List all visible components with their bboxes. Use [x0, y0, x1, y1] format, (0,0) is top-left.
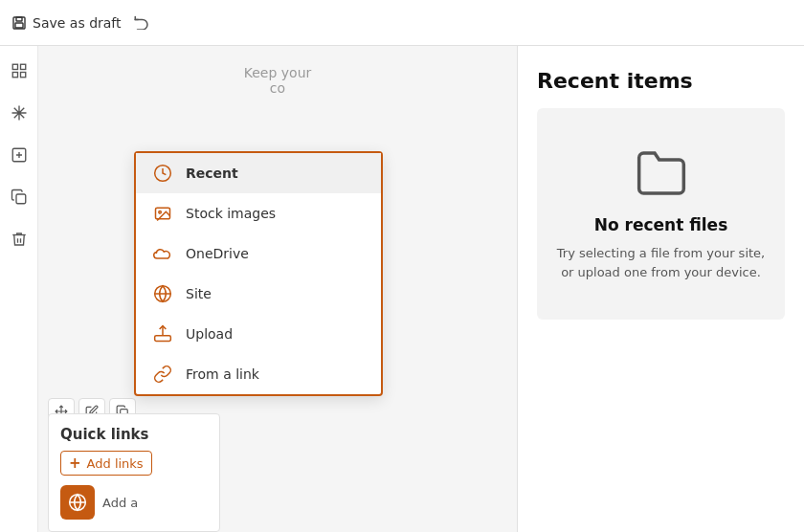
grid-sidebar-icon[interactable]	[4, 55, 34, 86]
move-sidebar-icon[interactable]	[4, 98, 34, 128]
save-icon	[11, 15, 27, 31]
dropdown-item-from-link-label: From a link	[186, 366, 259, 382]
svg-rect-6	[20, 73, 25, 78]
recent-icon	[153, 164, 172, 183]
dropdown-item-site[interactable]: Site	[136, 274, 381, 314]
no-files-box: No recent files Try selecting a file fro…	[537, 108, 785, 320]
right-panel-title: Recent items	[537, 69, 785, 93]
globe-icon-button	[60, 485, 95, 520]
svg-rect-4	[20, 64, 25, 69]
dropdown-item-recent-label: Recent	[186, 166, 238, 181]
add-links-button[interactable]: + Add links	[60, 451, 152, 476]
dropdown-item-site-label: Site	[186, 286, 212, 301]
add-links-label: Add links	[87, 456, 144, 471]
site-icon	[153, 284, 172, 303]
quick-links-title: Quick links	[60, 426, 208, 443]
save-label: Save as draft	[33, 15, 122, 31]
right-panel: Recent items No recent files Try selecti…	[517, 46, 804, 532]
delete-sidebar-icon[interactable]	[4, 224, 34, 255]
stock-images-icon	[153, 204, 172, 223]
no-files-title: No recent files	[556, 215, 766, 234]
dropdown-item-onedrive[interactable]: OneDrive	[136, 233, 381, 274]
save-as-draft-button[interactable]: Save as draft	[11, 15, 122, 31]
svg-rect-2	[15, 23, 23, 28]
dropdown-item-recent[interactable]: Recent	[136, 153, 381, 193]
undo-icon	[133, 12, 150, 30]
plus-icon: +	[69, 454, 81, 472]
dropdown-item-stock-images-label: Stock images	[186, 206, 276, 221]
svg-point-13	[159, 211, 162, 214]
dropdown-item-upload-label: Upload	[186, 326, 233, 342]
dropdown-item-from-link[interactable]: From a link	[136, 354, 381, 394]
dropdown-item-stock-images[interactable]: Stock images	[136, 193, 381, 233]
left-sidebar	[0, 46, 38, 532]
dropdown-item-upload[interactable]: Upload	[136, 314, 381, 354]
quick-links-add-text: Add a	[102, 496, 138, 510]
onedrive-icon	[153, 244, 172, 263]
svg-rect-5	[12, 73, 17, 78]
copy-sidebar-icon[interactable]	[4, 182, 34, 212]
dropdown-menu: Recent Stock images OneDrive	[134, 151, 383, 396]
svg-rect-3	[12, 64, 17, 69]
from-link-icon	[153, 365, 172, 384]
toolbar: Save as draft	[0, 0, 804, 46]
quick-links-widget: Quick links + Add links Add a	[48, 413, 220, 532]
folder-icon	[556, 146, 766, 204]
svg-rect-15	[155, 336, 171, 342]
upload-icon	[153, 324, 172, 344]
no-files-description: Try selecting a file from your site, or …	[556, 244, 766, 281]
canvas-bg-text: Keep your co	[244, 65, 312, 96]
canvas-area: Keep your co	[38, 46, 517, 532]
quick-links-item: Add a	[60, 485, 208, 520]
undo-button[interactable]	[133, 12, 150, 33]
svg-rect-1	[16, 17, 22, 21]
add-sidebar-icon[interactable]	[4, 140, 34, 170]
svg-rect-8	[16, 194, 26, 204]
dropdown-item-onedrive-label: OneDrive	[186, 246, 249, 261]
main-content: Keep your co	[0, 46, 804, 532]
